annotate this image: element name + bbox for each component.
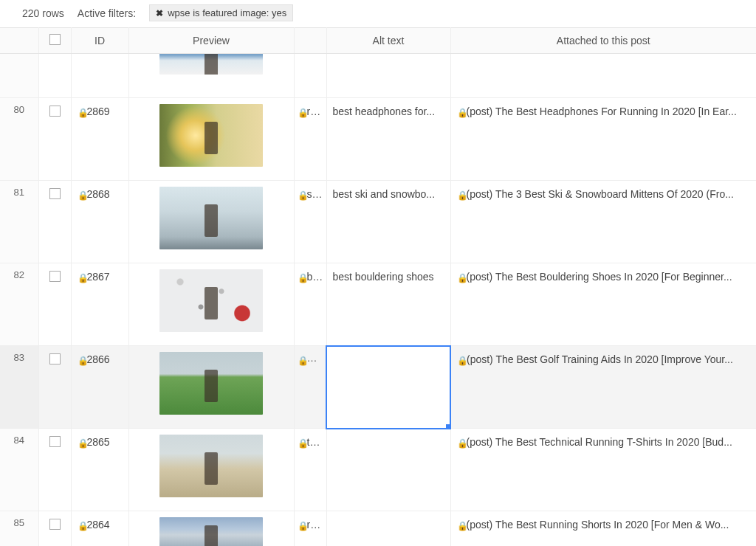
alt-text-cell[interactable] — [326, 429, 450, 511]
filename-cell[interactable]: 🔒run... — [294, 98, 326, 181]
preview-cell[interactable] — [128, 181, 294, 263]
row-checkbox-cell[interactable] — [38, 511, 71, 547]
filename-cell[interactable]: 🔒sn... — [294, 181, 326, 263]
lock-icon: 🔒 — [298, 190, 305, 201]
data-table: ID Preview Alt text Attached to this pos… — [0, 27, 756, 546]
row-checkbox[interactable] — [49, 271, 61, 282]
row-number-cell[interactable]: 82 — [0, 263, 38, 346]
row-checkbox[interactable] — [49, 106, 61, 117]
id-cell[interactable]: 🔒2869 — [71, 98, 128, 181]
attached-cell[interactable]: 🔒(post) The Best Headphones For Running … — [450, 98, 756, 181]
alt-text-cell[interactable]: best headphones for... — [326, 98, 450, 181]
active-filters-label: Active filters: — [78, 7, 136, 19]
preview-cell[interactable] — [128, 429, 294, 511]
alt-text-cell[interactable] — [326, 54, 450, 98]
alt-text-cell[interactable] — [326, 346, 450, 429]
attached-cell[interactable]: 🔒(post) The Best Technical Running T-Shi… — [450, 429, 756, 511]
alt-text-cell[interactable] — [326, 511, 450, 547]
thumbnail-image[interactable] — [159, 517, 263, 546]
preview-cell[interactable] — [128, 511, 294, 547]
row-checkbox[interactable] — [49, 188, 61, 199]
lock-icon: 🔒 — [78, 273, 85, 283]
attached-cell[interactable]: 🔒(post) The Best Bouldering Shoes In 202… — [450, 263, 756, 346]
table-row[interactable]: 80🔒2869🔒run...best headphones for...🔒(po… — [0, 98, 756, 181]
row-checkbox-cell[interactable] — [38, 54, 71, 98]
col-header-rownum[interactable] — [0, 28, 38, 54]
id-cell[interactable]: 🔒2864 — [71, 511, 128, 547]
row-checkbox-cell[interactable] — [38, 263, 71, 346]
lock-icon: 🔒 — [457, 108, 464, 118]
table-row[interactable] — [0, 54, 756, 98]
lock-icon: 🔒 — [78, 190, 85, 201]
lock-icon: 🔒 — [298, 273, 305, 283]
filename-cell[interactable]: 🔒gol... — [294, 346, 326, 429]
thumbnail-image[interactable] — [159, 435, 263, 497]
thumbnail-image[interactable] — [159, 104, 263, 167]
table-row[interactable]: 81🔒2868🔒sn...best ski and snowbo...🔒(pos… — [0, 181, 756, 263]
close-icon[interactable]: ✖ — [156, 9, 163, 18]
row-number-cell[interactable] — [0, 54, 38, 98]
filter-chip[interactable]: ✖ wpse is featured image: yes — [149, 4, 293, 21]
preview-cell[interactable] — [128, 54, 294, 98]
row-number-cell[interactable]: 83 — [0, 346, 38, 429]
attached-cell[interactable]: 🔒(post) The 3 Best Ski & Snowboard Mitte… — [450, 181, 756, 263]
filename-cell[interactable]: 🔒tec... — [294, 429, 326, 511]
table-header-row: ID Preview Alt text Attached to this pos… — [0, 28, 756, 54]
row-number-cell[interactable]: 81 — [0, 181, 38, 263]
lock-icon: 🔒 — [78, 521, 85, 531]
row-number-cell[interactable]: 80 — [0, 98, 38, 181]
preview-cell[interactable] — [128, 98, 294, 181]
table-row[interactable]: 84🔒2865🔒tec...🔒(post) The Best Technical… — [0, 429, 756, 511]
id-cell[interactable]: 🔒2867 — [71, 263, 128, 346]
row-number-cell[interactable]: 85 — [0, 511, 38, 547]
thumbnail-image[interactable] — [159, 187, 263, 249]
col-header-id[interactable]: ID — [71, 28, 128, 54]
id-cell[interactable]: 🔒2868 — [71, 181, 128, 263]
top-bar: 220 rows Active filters: ✖ wpse is featu… — [0, 0, 756, 27]
lock-icon: 🔒 — [78, 438, 85, 449]
lock-icon: 🔒 — [298, 356, 305, 366]
id-cell[interactable] — [71, 54, 128, 98]
select-all-checkbox[interactable] — [49, 34, 61, 45]
id-cell[interactable]: 🔒2866 — [71, 346, 128, 429]
lock-icon: 🔒 — [298, 438, 305, 449]
row-checkbox[interactable] — [49, 353, 61, 364]
col-header-checkbox[interactable] — [38, 28, 71, 54]
thumbnail-image[interactable] — [159, 269, 263, 332]
attached-cell[interactable] — [450, 54, 756, 98]
col-header-filename[interactable] — [294, 28, 326, 54]
row-checkbox-cell[interactable] — [38, 181, 71, 263]
col-header-attached[interactable]: Attached to this post — [450, 28, 756, 54]
col-header-preview[interactable]: Preview — [128, 28, 294, 54]
row-count-label: 220 rows — [22, 7, 64, 19]
filename-cell[interactable]: 🔒run... — [294, 511, 326, 547]
table-row[interactable]: 82🔒2867🔒bo...best bouldering shoes🔒(post… — [0, 263, 756, 346]
lock-icon: 🔒 — [78, 108, 85, 118]
col-header-alt[interactable]: Alt text — [326, 28, 450, 54]
row-checkbox[interactable] — [49, 519, 61, 530]
attached-cell[interactable]: 🔒(post) The Best Golf Training Aids In 2… — [450, 346, 756, 429]
preview-cell[interactable] — [128, 346, 294, 429]
thumbnail-image[interactable] — [159, 54, 263, 75]
filename-cell[interactable]: 🔒bo... — [294, 263, 326, 346]
id-cell[interactable]: 🔒2865 — [71, 429, 128, 511]
row-checkbox-cell[interactable] — [38, 98, 71, 181]
lock-icon: 🔒 — [457, 273, 464, 283]
filename-cell[interactable] — [294, 54, 326, 98]
lock-icon: 🔒 — [457, 521, 464, 531]
row-checkbox-cell[interactable] — [38, 429, 71, 511]
attached-cell[interactable]: 🔒(post) The Best Running Shorts In 2020 … — [450, 511, 756, 547]
filter-chip-text: wpse is featured image: yes — [168, 7, 286, 18]
row-number-cell[interactable]: 84 — [0, 429, 38, 511]
table-row[interactable]: 85🔒2864🔒run...🔒(post) The Best Running S… — [0, 511, 756, 547]
table-row[interactable]: 83🔒2866🔒gol...🔒(post) The Best Golf Trai… — [0, 346, 756, 429]
thumbnail-image[interactable] — [159, 352, 263, 415]
lock-icon: 🔒 — [457, 190, 464, 201]
preview-cell[interactable] — [128, 263, 294, 346]
lock-icon: 🔒 — [457, 356, 464, 366]
lock-icon: 🔒 — [298, 521, 305, 531]
row-checkbox-cell[interactable] — [38, 346, 71, 429]
alt-text-cell[interactable]: best bouldering shoes — [326, 263, 450, 346]
alt-text-cell[interactable]: best ski and snowbo... — [326, 181, 450, 263]
row-checkbox[interactable] — [49, 436, 61, 447]
